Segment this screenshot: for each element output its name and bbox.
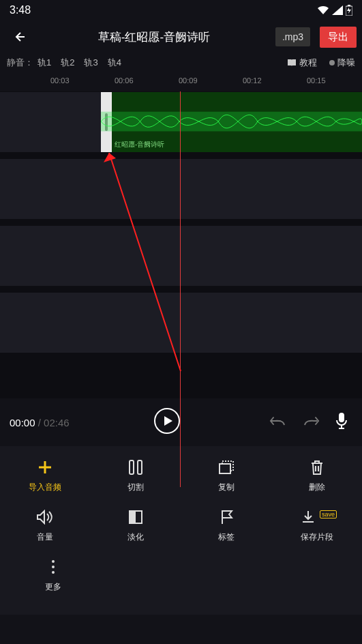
- tutorial-button[interactable]: 教程: [287, 57, 317, 69]
- clip-label: 红昭愿-音阙诗听: [115, 140, 164, 149]
- more-icon: [51, 559, 55, 574]
- track-toggle-4[interactable]: 轨4: [108, 57, 121, 69]
- track-row-4[interactable]: [0, 292, 362, 353]
- time-display: 00:00 / 02:46: [10, 417, 70, 428]
- status-bar: 3:48: [0, 0, 362, 20]
- import-audio-button[interactable]: 导入音频: [18, 458, 72, 493]
- track-row-3[interactable]: [0, 225, 362, 287]
- back-arrow-icon: [11, 29, 27, 45]
- redo-button[interactable]: [298, 409, 324, 435]
- tool-label: 导入音频: [29, 482, 61, 493]
- current-time: 00:00: [10, 417, 35, 428]
- clock: 3:48: [10, 4, 31, 16]
- tool-label: 复制: [218, 482, 235, 493]
- trash-icon: [310, 459, 324, 475]
- svg-rect-8: [138, 460, 142, 474]
- book-icon: [287, 59, 297, 67]
- redo-icon: [302, 413, 320, 428]
- dot-icon: [329, 60, 335, 65]
- transport-bar: 00:00 / 02:46: [0, 398, 362, 446]
- toolbar: 导入音频 切割 复制 删除 音量 淡化 标签: [0, 446, 362, 615]
- header: 草稿-红昭愿-音阙诗听 .mp3 导出: [0, 20, 362, 53]
- status-icons: [317, 5, 352, 16]
- svg-point-12: [52, 560, 55, 563]
- back-button[interactable]: [5, 29, 33, 45]
- svg-rect-9: [220, 464, 230, 473]
- track-toggle-2[interactable]: 轨2: [61, 57, 74, 69]
- noise-label: 降噪: [337, 57, 355, 69]
- mic-icon: [335, 412, 348, 430]
- audio-clip[interactable]: 红昭愿-音阙诗听: [101, 92, 362, 152]
- tool-label: 更多: [45, 581, 61, 593]
- svg-rect-11: [130, 511, 136, 523]
- svg-rect-7: [130, 460, 134, 474]
- save-badge: save: [320, 510, 337, 518]
- tool-label: 切割: [127, 482, 144, 493]
- subheader: 静音： 轨1 轨2 轨3 轨4 教程 降噪: [0, 53, 362, 72]
- tool-label: 音量: [37, 531, 53, 543]
- plus-icon: [37, 460, 52, 475]
- ruler-tick: 00:12: [243, 76, 262, 85]
- ruler-tick: 00:09: [179, 76, 198, 85]
- tool-label: 淡化: [127, 531, 144, 543]
- volume-icon: [36, 510, 54, 525]
- track-row-1[interactable]: 红昭愿-音阙诗听: [0, 91, 362, 153]
- mic-button[interactable]: [331, 408, 352, 437]
- save-clip-button[interactable]: save 保存片段: [290, 508, 344, 543]
- flag-icon: [220, 509, 233, 525]
- ruler-tick: 00:03: [50, 76, 70, 85]
- svg-point-14: [52, 571, 55, 574]
- svg-rect-6: [339, 413, 344, 422]
- timeline[interactable]: 红昭愿-音阙诗听: [0, 91, 362, 398]
- tutorial-label: 教程: [299, 57, 317, 69]
- export-button[interactable]: 导出: [320, 27, 357, 48]
- split-button[interactable]: 切割: [108, 458, 163, 493]
- undo-icon: [269, 413, 287, 428]
- tool-label: 标签: [218, 531, 235, 543]
- wifi-icon: [317, 5, 329, 15]
- ruler-tick: 00:06: [115, 76, 134, 85]
- noise-reduction-button[interactable]: 降噪: [329, 57, 355, 69]
- total-time: 02:46: [44, 417, 70, 428]
- playhead[interactable]: [180, 91, 181, 487]
- fade-button[interactable]: 淡化: [108, 508, 163, 543]
- copy-button[interactable]: 复制: [199, 458, 254, 493]
- more-button[interactable]: 更多: [26, 558, 80, 593]
- battery-icon: [346, 5, 352, 16]
- time-ruler[interactable]: 00:03 00:06 00:09 00:12 00:15: [0, 72, 362, 91]
- save-icon: [301, 510, 316, 525]
- track-toggle-1[interactable]: 轨1: [37, 57, 51, 69]
- split-icon: [128, 459, 143, 475]
- delete-button[interactable]: 删除: [290, 458, 344, 493]
- svg-point-13: [52, 566, 55, 568]
- track-row-2[interactable]: [0, 158, 362, 220]
- format-badge[interactable]: .mp3: [275, 27, 310, 46]
- play-icon: [153, 407, 181, 435]
- ruler-tick: 00:15: [307, 76, 326, 85]
- tool-label: 保存片段: [301, 531, 333, 543]
- volume-button[interactable]: 音量: [18, 508, 72, 543]
- mute-label: 静音：: [7, 57, 33, 69]
- play-button[interactable]: [153, 407, 181, 437]
- track-toggle-3[interactable]: 轨3: [84, 57, 97, 69]
- page-title: 草稿-红昭愿-音阙诗听: [38, 29, 270, 45]
- tool-label: 删除: [309, 482, 325, 493]
- copy-icon: [218, 460, 235, 475]
- signal-icon: [332, 5, 343, 15]
- svg-rect-1: [348, 5, 350, 6]
- fade-icon: [128, 510, 143, 525]
- marker-button[interactable]: 标签: [199, 508, 254, 543]
- undo-button[interactable]: [265, 409, 291, 435]
